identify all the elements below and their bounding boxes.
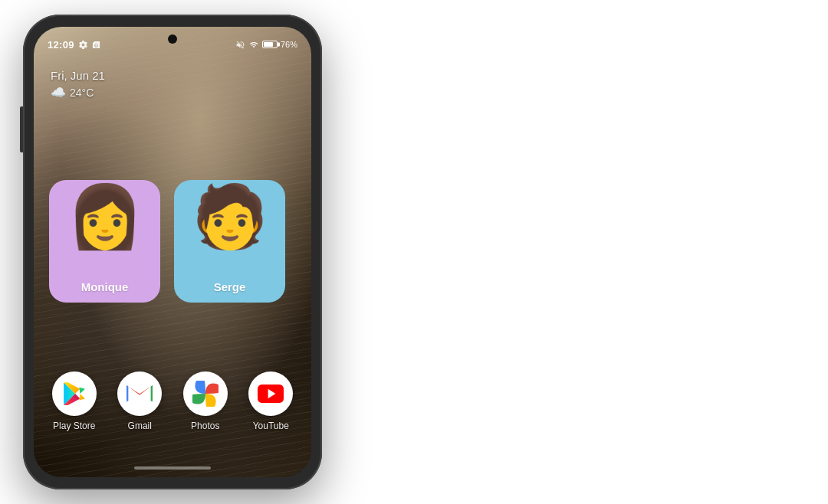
- gear-icon: [78, 40, 88, 50]
- play-store-icon-container: [52, 371, 97, 416]
- play-store-icon: [61, 381, 87, 407]
- monique-avatar: 👩: [67, 186, 143, 247]
- app-row: Play Store: [41, 371, 304, 431]
- home-indicator: [134, 466, 211, 470]
- status-left: 12:09: [48, 39, 100, 51]
- weather-icon: ☁️: [51, 85, 66, 100]
- photos-label: Photos: [191, 421, 219, 431]
- phone-shell: 12:09: [23, 15, 322, 489]
- gmail-label: Gmail: [128, 421, 152, 431]
- status-time: 12:09: [48, 39, 74, 51]
- app-item-play-store[interactable]: Play Store: [52, 371, 97, 431]
- youtube-label: YouTube: [253, 421, 289, 431]
- camera-notch: [168, 34, 177, 44]
- serge-name: Serge: [214, 280, 246, 293]
- profile-cards: 👩 Monique 🧑 Serge: [49, 180, 285, 303]
- gmail-icon-container: [117, 371, 162, 416]
- serge-avatar: 🧑: [192, 186, 268, 247]
- gmail-icon: [127, 383, 153, 404]
- battery-percent: 76%: [281, 40, 297, 49]
- status-right: 76%: [235, 40, 297, 50]
- photos-icon-container: [183, 371, 228, 416]
- mute-icon: [235, 40, 245, 50]
- monique-name: Monique: [81, 280, 129, 293]
- app-item-photos[interactable]: Photos: [183, 371, 228, 431]
- app-item-gmail[interactable]: Gmail: [117, 371, 162, 431]
- photos-icon: [192, 381, 219, 407]
- profile-card-serge[interactable]: 🧑 Serge: [174, 180, 285, 303]
- youtube-icon-container: [248, 371, 293, 416]
- battery-icon: [262, 41, 278, 48]
- youtube-icon: [258, 385, 284, 403]
- weather-row: ☁️ 24°C: [51, 85, 105, 100]
- date-widget: Fri, Jun 21 ☁️ 24°C: [51, 69, 105, 100]
- app-item-youtube[interactable]: YouTube: [248, 371, 293, 431]
- wifi-icon: [248, 41, 259, 49]
- scene: 12:09: [0, 0, 828, 504]
- sim-icon: [92, 40, 100, 50]
- date-text: Fri, Jun 21: [51, 69, 105, 82]
- profile-card-monique[interactable]: 👩 Monique: [49, 180, 160, 303]
- phone-screen: 12:09: [34, 27, 311, 477]
- play-store-label: Play Store: [53, 421, 95, 431]
- temperature: 24°C: [70, 87, 94, 99]
